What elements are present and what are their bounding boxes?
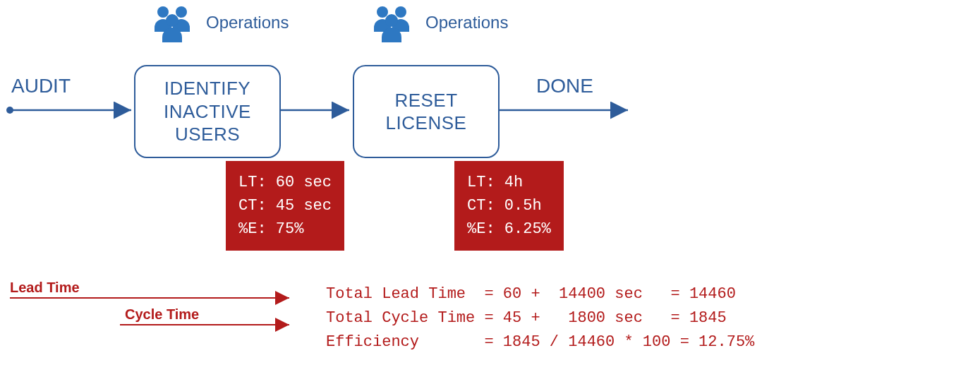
svg-point-6 (157, 6, 169, 18)
people-icon (147, 4, 197, 42)
svg-point-9 (377, 6, 388, 18)
totals-block: Total Lead Time = 60 + 14400 sec = 14460… (326, 282, 754, 354)
people-icon (367, 4, 416, 42)
svg-point-7 (176, 6, 187, 18)
box-line: IDENTIFY (164, 77, 250, 100)
totals-line: Efficiency = 1845 / 14460 * 100 = 12.75% (326, 333, 754, 351)
done-label: DONE (536, 75, 593, 97)
metric-line: %E: 75% (238, 220, 303, 238)
metric-line: CT: 45 sec (238, 197, 332, 215)
process-box-reset: RESET LICENSE (353, 65, 500, 158)
metric-line: CT: 0.5h (467, 197, 542, 215)
box-line: RESET (394, 89, 457, 112)
operations-label-1: Operations (206, 13, 289, 32)
metrics-card-1: LT: 60 sec CT: 45 sec %E: 75% (226, 161, 344, 251)
svg-point-11 (385, 14, 398, 27)
cycle-time-label: Cycle Time (125, 306, 199, 323)
svg-point-0 (6, 107, 13, 114)
metrics-card-2: LT: 4h CT: 0.5h %E: 6.25% (454, 161, 564, 251)
metric-line: LT: 4h (467, 174, 523, 191)
operations-label-2: Operations (425, 13, 508, 32)
metric-line: LT: 60 sec (238, 174, 332, 191)
totals-line: Total Lead Time = 60 + 14400 sec = 14460 (326, 285, 736, 303)
lead-time-label: Lead Time (10, 280, 80, 296)
process-box-identify: IDENTIFY INACTIVE USERS (134, 65, 281, 158)
totals-line: Total Cycle Time = 45 + 1800 sec = 1845 (326, 309, 727, 327)
box-line: USERS (175, 123, 240, 146)
svg-point-8 (166, 14, 179, 27)
audit-label: AUDIT (11, 75, 71, 97)
box-line: LICENSE (386, 112, 467, 135)
svg-point-10 (395, 6, 406, 18)
box-line: INACTIVE (164, 100, 251, 124)
metric-line: %E: 6.25% (467, 220, 551, 238)
